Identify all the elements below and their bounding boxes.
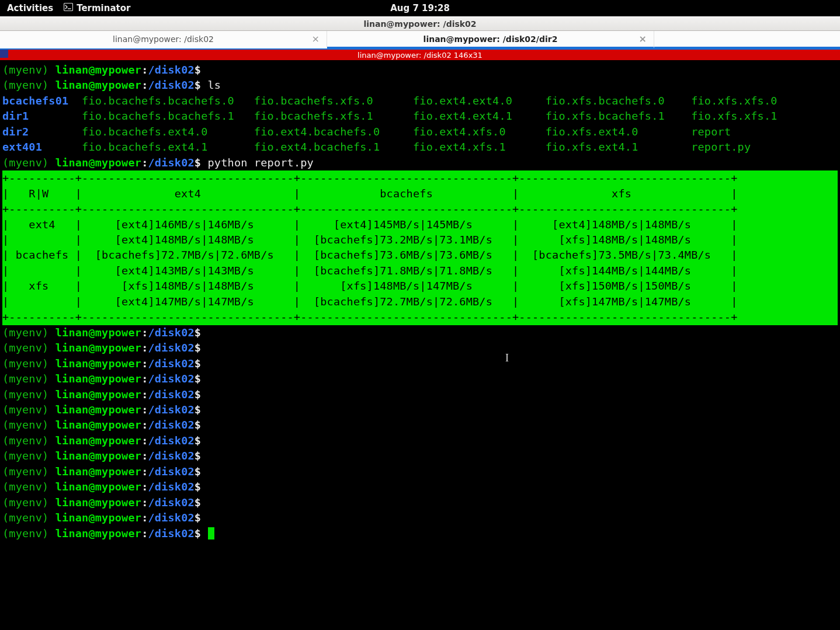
tab-disk02[interactable]: linan@mypower: /disk02 ×	[0, 31, 327, 48]
clock[interactable]: Aug 7 19:28	[390, 3, 450, 13]
app-name: Terminator	[77, 3, 130, 13]
tab-disk02-dir2[interactable]: linan@mypower: /disk02/dir2 ×	[327, 31, 654, 48]
terminator-tabbar: linan@mypower: /disk02 × linan@mypower: …	[0, 31, 840, 50]
close-icon[interactable]: ×	[312, 34, 320, 44]
tabbar-fill	[654, 31, 840, 48]
block-cursor	[208, 527, 214, 539]
terminator-header-label: linan@mypower: /disk02 146x31	[357, 51, 483, 60]
terminator-header: linan@mypower: /disk02 146x31	[0, 50, 840, 60]
app-indicator[interactable]: Terminator	[64, 2, 130, 14]
text-cursor-icon: I	[505, 352, 509, 364]
tab-label: linan@mypower: /disk02	[113, 34, 214, 44]
tab-label: linan@mypower: /disk02/dir2	[424, 34, 558, 44]
svg-rect-0	[64, 4, 73, 11]
gnome-topbar: Activities Terminator Aug 7 19:28	[0, 0, 840, 16]
terminal-icon	[64, 2, 73, 14]
activities-button[interactable]: Activities	[7, 3, 53, 13]
window-titlebar: linan@mypower: /disk02	[0, 16, 840, 31]
terminal-body[interactable]: (myenv) linan@mypower:/disk02$ (myenv) l…	[0, 60, 840, 541]
window-title: linan@mypower: /disk02	[363, 19, 476, 29]
close-icon[interactable]: ×	[639, 34, 647, 44]
split-icon[interactable]	[0, 50, 8, 58]
